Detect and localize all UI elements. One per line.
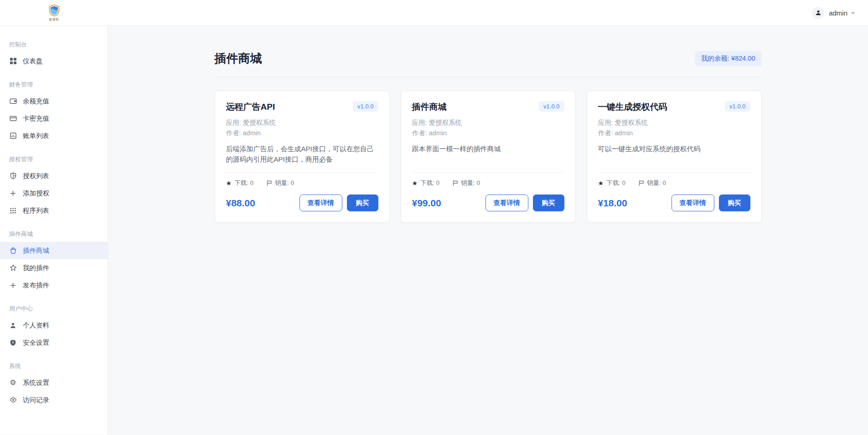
title-divider — [215, 77, 762, 77]
view-details-button[interactable]: 查看详情 — [486, 194, 528, 211]
dashboard-icon — [9, 57, 17, 65]
version-badge: v1.0.0 — [539, 101, 564, 112]
plugin-app-line: 应用: 爱授权系统 — [226, 118, 378, 128]
sidebar-item-label: 安全设置 — [23, 338, 49, 347]
plus-icon — [9, 189, 17, 197]
downloads-stat: 下载: 0 — [420, 179, 439, 187]
gear-icon: ⚙ — [9, 379, 17, 387]
logo-shield-icon — [48, 4, 61, 17]
sidebar-item-label: 系统设置 — [23, 379, 49, 387]
main-content: 插件商城 我的余额: ¥824.00 远程广告API v1.0.0 应用: 爱授… — [108, 26, 868, 435]
balance-badge: 我的余额: ¥824.00 — [695, 51, 761, 66]
sidebar-item-my-plugins[interactable]: 我的插件 — [0, 259, 108, 276]
downloads-stat: 下载: 0 — [234, 179, 253, 187]
sidebar-section-console: 控制台 — [0, 41, 108, 49]
sidebar-item-bill-list[interactable]: 账单列表 — [0, 127, 108, 144]
sidebar-item-publish-plugin[interactable]: 发布插件 — [0, 276, 108, 294]
sidebar-item-card-recharge[interactable]: 卡密充值 — [0, 110, 108, 127]
sidebar-section-system: 系统 — [0, 362, 108, 370]
sales-flag-icon — [452, 180, 458, 186]
buy-button[interactable]: 购买 — [719, 194, 750, 211]
eye-icon — [9, 396, 17, 404]
wallet-icon — [9, 97, 17, 105]
plugin-title: 插件商城 — [412, 101, 447, 113]
downloads-star-icon: ★ — [598, 179, 604, 187]
plugin-card: 插件商城 v1.0.0 应用: 爱授权系统 作者: admin 跟本界面一模一样… — [401, 91, 576, 223]
plugin-author-line: 作者: admin — [226, 128, 378, 138]
plugin-price: ¥99.00 — [412, 198, 441, 209]
sidebar-item-plugin-market[interactable]: 插件商城 — [0, 242, 108, 259]
sales-flag-icon — [266, 180, 272, 186]
plugin-card: 远程广告API v1.0.0 应用: 爱授权系统 作者: admin 后端添加广… — [215, 91, 390, 223]
sidebar-item-security[interactable]: 安全设置 — [0, 334, 108, 351]
plugin-description: 跟本界面一模一样的插件商城 — [412, 144, 564, 167]
version-badge: v1.0.0 — [353, 101, 378, 112]
downloads-star-icon: ★ — [412, 179, 418, 187]
view-details-button[interactable]: 查看详情 — [672, 194, 714, 211]
sales-stat: 销量: 0 — [275, 179, 294, 187]
card-divider — [598, 172, 750, 173]
plugin-card: 一键生成授权代码 v1.0.0 应用: 爱授权系统 作者: admin 可以一键… — [587, 91, 762, 223]
sidebar-item-label: 账单列表 — [23, 132, 49, 140]
top-bar: 爱授权 admin — [0, 0, 868, 26]
buy-button[interactable]: 购买 — [533, 194, 564, 211]
top-bar-right: admin — [108, 0, 868, 26]
downloads-stat: 下载: 0 — [606, 179, 625, 187]
plugin-cards-grid: 远程广告API v1.0.0 应用: 爱授权系统 作者: admin 后端添加广… — [215, 91, 762, 223]
sidebar-section-finance: 财务管理 — [0, 81, 108, 89]
bill-icon — [9, 132, 17, 140]
user-menu[interactable]: admin — [812, 7, 855, 19]
buy-button[interactable]: 购买 — [347, 194, 378, 211]
plugin-author-line: 作者: admin — [598, 128, 750, 138]
sidebar-item-label: 余额充值 — [23, 97, 49, 106]
sidebar-item-program-list[interactable]: 程序列表 — [0, 202, 108, 219]
sidebar-item-label: 访问记录 — [23, 396, 49, 404]
sidebar-item-dashboard[interactable]: 仪表盘 — [0, 52, 108, 70]
plugin-description: 后端添加广告后，会生成API接口，可以在您自己的源码内引用此API接口，商用必备 — [226, 144, 378, 167]
sidebar-item-balance-recharge[interactable]: 余额充值 — [0, 92, 108, 110]
sales-stat: 销量: 0 — [647, 179, 666, 187]
card-divider — [226, 172, 378, 173]
sidebar-item-auth-list[interactable]: 授权列表 — [0, 167, 108, 184]
sidebar-item-label: 插件商城 — [23, 246, 49, 255]
sidebar: 控制台 仪表盘 财务管理 余额充值 — [0, 26, 108, 435]
sidebar-item-system-settings[interactable]: ⚙ 系统设置 — [0, 374, 108, 391]
logo-caption: 爱授权 — [49, 17, 59, 22]
username-label: admin — [829, 9, 847, 17]
sidebar-item-label: 仪表盘 — [23, 57, 43, 66]
grid-icon — [9, 207, 17, 215]
page-title: 插件商城 — [215, 51, 262, 67]
sidebar-item-add-auth[interactable]: 添加授权 — [0, 184, 108, 202]
view-details-button[interactable]: 查看详情 — [300, 194, 342, 211]
sidebar-section-authorization: 授权管理 — [0, 155, 108, 164]
plugin-title: 远程广告API — [226, 101, 275, 113]
sidebar-item-label: 程序列表 — [23, 206, 49, 215]
sidebar-item-label: 添加授权 — [23, 189, 49, 198]
card-divider — [412, 172, 564, 173]
shield-icon — [9, 172, 17, 180]
sales-flag-icon — [638, 180, 644, 186]
sidebar-item-profile[interactable]: 个人资料 — [0, 317, 108, 334]
app-logo: 爱授权 — [0, 0, 108, 26]
plugin-author-line: 作者: admin — [412, 128, 564, 138]
plugin-description: 可以一键生成对应系统的授权代码 — [598, 144, 750, 167]
star-icon — [9, 264, 17, 272]
shield-lock-icon — [9, 339, 17, 347]
user-avatar-icon — [812, 7, 824, 19]
downloads-star-icon: ★ — [226, 179, 232, 187]
plugin-price: ¥88.00 — [226, 198, 255, 209]
version-badge: v1.0.0 — [725, 101, 750, 112]
sidebar-section-plugin-market: 插件商城 — [0, 230, 108, 238]
user-icon — [9, 322, 17, 329]
plus-icon — [9, 281, 17, 289]
sidebar-item-access-log[interactable]: 访问记录 — [0, 391, 108, 409]
sidebar-item-label: 个人资料 — [23, 321, 49, 330]
credit-card-icon — [9, 115, 17, 123]
shopping-bag-icon — [9, 247, 17, 255]
plugin-app-line: 应用: 爱授权系统 — [412, 118, 564, 128]
plugin-app-line: 应用: 爱授权系统 — [598, 118, 750, 128]
chevron-down-icon — [851, 11, 855, 15]
sidebar-item-label: 授权列表 — [23, 172, 49, 180]
sidebar-item-label: 我的插件 — [23, 264, 49, 272]
sidebar-section-user-center: 用户中心 — [0, 305, 108, 313]
